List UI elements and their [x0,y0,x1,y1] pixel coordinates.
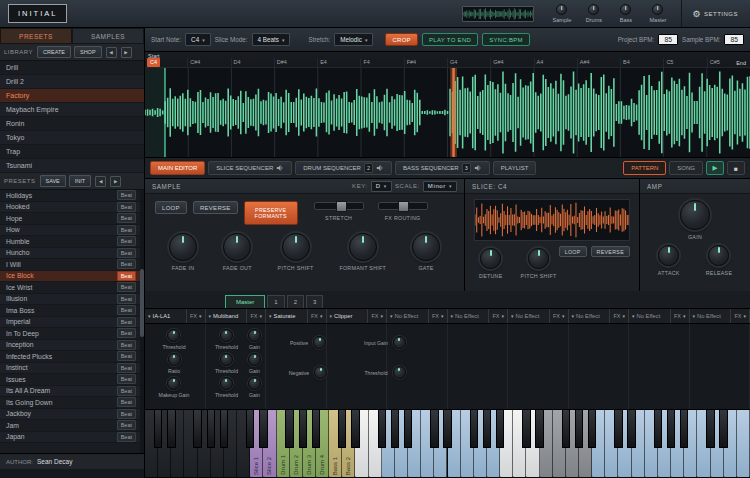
black-key[interactable] [154,410,162,448]
fx-routing-selector[interactable]: FX▾ [428,309,447,323]
slice-label[interactable]: F4 [360,58,403,67]
preset-row[interactable]: I WillBeat [0,259,144,271]
fx-routing-selector[interactable]: FX▾ [549,309,568,323]
black-key[interactable] [220,410,228,448]
library-item[interactable]: Ronin [0,117,144,131]
gain-knob[interactable] [248,353,261,366]
tab-main-editor[interactable]: MAIN EDITOR [150,161,205,175]
black-key[interactable] [483,410,491,448]
slice-label[interactable]: G4 [447,58,490,67]
preset-row[interactable]: Infected PlucksBeat [0,351,144,363]
black-key[interactable] [719,410,727,448]
black-key[interactable] [588,410,596,448]
black-key[interactable] [338,410,346,448]
preset-row[interactable]: JapanBeat [0,432,144,444]
preset-row[interactable]: HowBeat [0,225,144,237]
tab-playlist[interactable]: PLAYLIST [493,161,537,175]
threshold-knob[interactable] [220,329,233,342]
black-key[interactable] [706,410,714,448]
slice-waveform-display[interactable] [474,199,630,241]
threshold-knob[interactable] [220,377,233,390]
module-master[interactable]: Master [644,4,671,23]
fade-out-knob[interactable] [223,233,251,261]
waveform-canvas[interactable] [145,68,750,157]
slice-label[interactable]: C#4 [187,58,230,67]
library-prev-button[interactable]: ◀ [106,47,117,58]
slider-handle[interactable] [336,201,347,212]
tab-slice-sequencer[interactable]: SLICE SEQUENCER [208,161,292,175]
preset-row[interactable]: Ice WristBeat [0,282,144,294]
preserve-formants-button[interactable]: PRESERVE FORMANTS [244,201,298,225]
sample-bpm-value[interactable]: 85 [724,34,744,45]
save-button[interactable]: SAVE [40,175,66,187]
preset-row[interactable]: ImperialBeat [0,317,144,329]
fx-slot-selector[interactable]: ▾Saturate [266,313,307,319]
play-button[interactable]: ▶ [706,161,724,175]
fx-routing-selector[interactable]: FX▾ [246,309,265,323]
slice-reverse-button[interactable]: REVERSE [591,246,630,257]
stretch-select[interactable]: Melodic ▾ [334,33,373,46]
black-key[interactable] [562,410,570,448]
stop-button[interactable]: ■ [727,161,745,175]
pattern-button[interactable]: PATTERN [623,161,666,175]
black-key[interactable] [207,410,215,448]
tab-samples[interactable]: SAMPLES [72,28,144,44]
black-key[interactable] [299,410,307,448]
black-key[interactable] [391,410,399,448]
slice-label[interactable]: E4 [317,58,360,67]
fx-slot-selector[interactable]: ▾No Effect [629,313,670,319]
black-key[interactable] [614,410,622,448]
reverse-button[interactable]: REVERSE [193,201,238,214]
fx-tab-2[interactable]: 2 [287,295,304,308]
preset-row[interactable]: JamBeat [0,420,144,432]
sync-bpm-button[interactable]: SYNC:BPM [482,33,530,46]
black-key[interactable] [351,410,359,448]
preset-row[interactable]: HunchoBeat [0,248,144,260]
library-item[interactable]: Drill 2 [0,75,144,89]
black-key[interactable] [312,410,320,448]
fx-tab-1[interactable]: 1 [267,295,284,308]
black-key[interactable] [667,410,675,448]
gain-knob[interactable] [248,377,261,390]
ratio-knob[interactable] [168,353,181,366]
slice-label[interactable]: F#4 [404,58,447,67]
speaker-icon[interactable] [474,164,482,172]
library-item[interactable]: Drill [0,61,144,75]
module-sample[interactable]: Sample [548,4,575,23]
black-key[interactable] [496,410,504,448]
slice-loop-button[interactable]: LOOP [559,246,587,257]
black-key[interactable] [430,410,438,448]
fx-routing-selector[interactable]: FX▾ [670,309,689,323]
preset-row[interactable]: JackboyBeat [0,409,144,421]
makeup-gain-knob[interactable] [167,377,180,390]
fx-tab-3[interactable]: 3 [306,295,323,308]
black-key[interactable] [627,410,635,448]
fx-slot-selector[interactable]: ▾No Effect [569,313,610,319]
preset-row[interactable]: Its Going DownBeat [0,397,144,409]
preset-next-button[interactable]: ▶ [110,176,121,187]
preset-row[interactable]: Ice BlockBeat [0,271,144,283]
slider-track[interactable] [314,202,364,210]
create-button[interactable]: CREATE [37,46,71,58]
fx-routing-selector[interactable]: FX▾ [488,309,507,323]
scrollbar-thumb[interactable] [140,269,144,337]
black-key[interactable] [522,410,530,448]
black-key[interactable] [680,410,688,448]
preset-scrollbar[interactable] [140,190,144,453]
preset-prev-button[interactable]: ◀ [95,176,106,187]
library-item[interactable]: Maybach Empire [0,103,144,117]
module-drums[interactable]: Drums [580,4,607,23]
threshold-knob[interactable] [393,366,406,379]
preset-row[interactable]: HookedBeat [0,202,144,214]
slice-label[interactable]: G#4 [490,58,533,67]
input-gain-knob[interactable] [393,336,406,349]
fx-tab-master[interactable]: Master [225,295,265,308]
play-to-end-button[interactable]: PLAY TO END [422,33,478,46]
speaker-icon[interactable] [376,164,384,172]
start-note-select[interactable]: C4 ▾ [185,33,211,46]
detune-knob[interactable] [480,248,501,269]
pitch-shift-knob[interactable] [282,233,310,261]
black-key[interactable] [443,410,451,448]
slice-label[interactable]: D#4 [274,58,317,67]
song-button[interactable]: SONG [669,161,703,175]
